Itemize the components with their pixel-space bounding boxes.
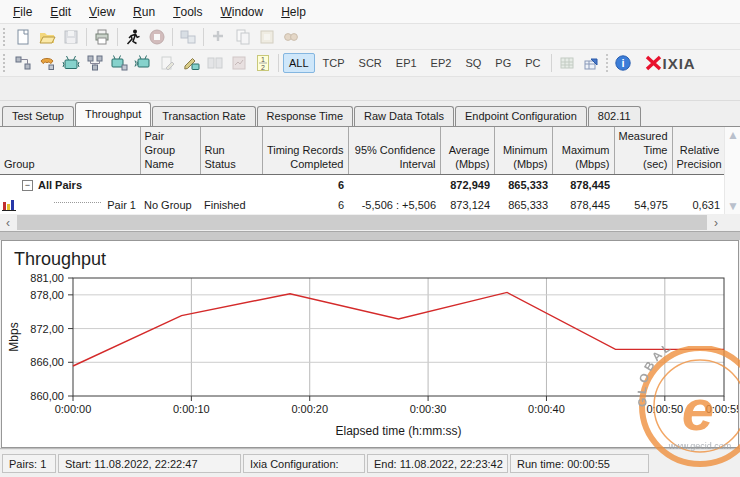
view-pc-button[interactable]: PC xyxy=(519,53,546,73)
copy-pair-icon xyxy=(231,26,255,48)
menu-tools[interactable]: Tools xyxy=(164,0,211,23)
tab-test-setup[interactable]: Test Setup xyxy=(2,106,74,126)
horizontal-scrollbar[interactable]: ‹ › xyxy=(0,214,724,231)
add-voip-pair-icon[interactable] xyxy=(35,52,59,74)
save-test-icon xyxy=(59,26,83,48)
ixia-logo-text: IXIA xyxy=(663,55,696,72)
column-header-run-status[interactable]: Run Status xyxy=(200,127,262,175)
table-row-all-pairs[interactable]: − All Pairs 6 872,949 865,333 878,445 xyxy=(0,175,724,195)
scroll-up-icon[interactable]: ▲ xyxy=(725,127,740,143)
column-header-maximum[interactable]: Maximum (Mbps) xyxy=(552,127,614,175)
relative-precision-cell: 0,631 xyxy=(672,195,724,214)
toolbar-separator xyxy=(86,28,87,46)
panel-divider xyxy=(0,231,740,240)
add-multicast-group-icon[interactable] xyxy=(83,52,107,74)
new-test-icon[interactable] xyxy=(11,26,35,48)
menu-view[interactable]: View xyxy=(80,0,124,23)
toolbar-separator xyxy=(117,28,118,46)
view-ep2-button[interactable]: EP2 xyxy=(425,53,458,73)
edit-run-options-icon[interactable] xyxy=(179,52,203,74)
report-icon xyxy=(227,52,251,74)
tab-endpoint-configuration[interactable]: Endpoint Configuration xyxy=(455,106,587,126)
vertical-scrollbar[interactable]: ▲ ▼ xyxy=(724,127,740,214)
menu-edit[interactable]: Edit xyxy=(41,0,80,23)
measured-time-cell: 54,975 xyxy=(614,195,672,214)
stop-test-icon xyxy=(145,26,169,48)
column-header-timing-records[interactable]: Timing Records Completed xyxy=(262,127,348,175)
pair-group-name-cell: No Group xyxy=(140,195,200,214)
run-status-cell: Finished xyxy=(200,195,262,214)
add-video-pair-icon[interactable] xyxy=(107,52,131,74)
pair-toolbar: 12ALLTCPSCREP1EP2SQPGPCiIXIA xyxy=(0,50,740,77)
run-test-icon[interactable] xyxy=(121,26,145,48)
add-hardware-pair-icon[interactable] xyxy=(131,52,155,74)
column-header-minimum[interactable]: Minimum (Mbps) xyxy=(494,127,552,175)
tab-throughput[interactable]: Throughput xyxy=(75,102,151,126)
x-tick-label: 0:00:30 xyxy=(410,403,447,415)
column-header-average[interactable]: Average (Mbps) xyxy=(440,127,494,175)
open-test-icon[interactable] xyxy=(35,26,59,48)
view-ep1-button[interactable]: EP1 xyxy=(390,53,423,73)
view-sq-button[interactable]: SQ xyxy=(459,53,487,73)
step-numbering-icon[interactable]: 12 xyxy=(251,52,275,74)
table-header-row: GroupPair Group NameRun StatusTiming Rec… xyxy=(0,127,724,175)
throughput-chart: 860,00866,00872,00878,00881,000:00:000:0… xyxy=(2,272,738,444)
find-icon xyxy=(279,26,303,48)
view-all-button[interactable]: ALL xyxy=(283,53,315,73)
column-header-group[interactable]: Group xyxy=(0,127,140,175)
tab-802-11[interactable]: 802.11 xyxy=(588,106,641,126)
results-table: GroupPair Group NameRun StatusTiming Rec… xyxy=(0,127,724,214)
view-scr-button[interactable]: SCR xyxy=(353,53,388,73)
average-cell: 873,124 xyxy=(440,195,494,214)
toolbar-gap xyxy=(0,77,740,101)
menu-run[interactable]: Run xyxy=(124,0,164,23)
plot-border xyxy=(73,278,724,396)
main-toolbar xyxy=(0,24,740,50)
y-tick-label: 866,00 xyxy=(30,356,64,368)
print-icon[interactable] xyxy=(90,26,114,48)
tab-transaction-rate[interactable]: Transaction Rate xyxy=(152,106,255,126)
column-header-measured[interactable]: Measured Time (sec) xyxy=(614,127,672,175)
status-field-4: End: 11.08.2022, 22:23:42 xyxy=(367,454,508,473)
ixia-x-mark xyxy=(645,55,662,71)
maximum-cell: 878,445 xyxy=(552,175,614,195)
scroll-left-icon[interactable]: ‹ xyxy=(0,214,16,231)
scrollbar-corner xyxy=(724,214,740,231)
view-pg-button[interactable]: PG xyxy=(489,53,517,73)
toolbar-grip xyxy=(3,28,8,46)
svg-text:2: 2 xyxy=(261,64,265,71)
toolbar-separator xyxy=(551,54,552,72)
tree-connector xyxy=(54,202,101,203)
x-tick-label: 0:00:10 xyxy=(173,403,210,415)
scroll-right-icon[interactable]: › xyxy=(708,214,724,231)
svg-text:i: i xyxy=(621,57,624,69)
scroll-down-icon[interactable]: ▼ xyxy=(725,198,740,214)
collapse-icon[interactable]: − xyxy=(22,180,33,191)
status-field-1: Pairs: 1 xyxy=(2,454,56,473)
scrollbar-thumb[interactable] xyxy=(17,215,707,230)
tab-raw-data-totals[interactable]: Raw Data Totals xyxy=(354,106,454,126)
edit-pair-icon xyxy=(155,52,179,74)
view-tcp-button[interactable]: TCP xyxy=(317,53,351,73)
pair-chart-icon xyxy=(2,198,16,211)
menu-help[interactable]: Help xyxy=(272,0,315,23)
menu-file[interactable]: File xyxy=(4,0,41,23)
menu-window[interactable]: Window xyxy=(211,0,272,23)
ixia-info-icon[interactable]: i xyxy=(611,52,635,74)
toolbar-separator xyxy=(203,28,204,46)
throughput-line-pair1 xyxy=(73,292,724,366)
table-row-pair1[interactable]: Pair 1 No Group Finished 6 -5,506 : +5,5… xyxy=(0,195,724,214)
column-header-95-confidence[interactable]: 95% Confidence Interval xyxy=(348,127,440,175)
ixchariot-window: FileEditViewRunToolsWindowHelp 12ALLTCPS… xyxy=(0,0,740,477)
x-tick-label: 0:00:40 xyxy=(528,403,565,415)
column-header-relative[interactable]: Relative Precision xyxy=(672,127,724,175)
add-endpoint-pair-icon[interactable] xyxy=(11,52,35,74)
tab-response-time[interactable]: Response Time xyxy=(257,106,353,126)
confidence-interval-cell: -5,506 : +5,506 xyxy=(348,195,440,214)
add-video-multicast-icon[interactable] xyxy=(59,52,83,74)
x-axis-label: Elapsed time (h:mm:ss) xyxy=(335,424,461,438)
status-field-3: Ixia Configuration: xyxy=(243,454,365,473)
toolbar-separator xyxy=(172,28,173,46)
column-header-pair-group[interactable]: Pair Group Name xyxy=(140,127,200,175)
export-results-icon[interactable] xyxy=(579,52,603,74)
